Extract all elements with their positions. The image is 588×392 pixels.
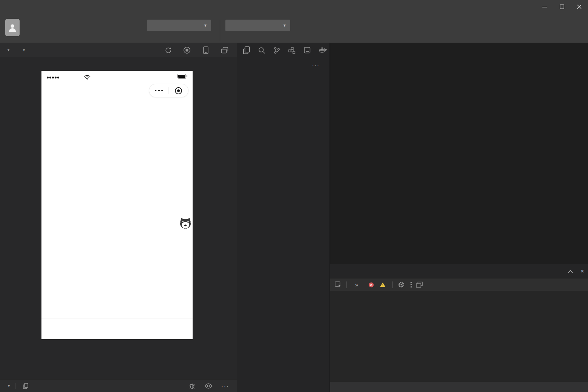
explorer-panel: ··· ▶ xyxy=(237,43,330,392)
close-icon[interactable] xyxy=(571,0,588,14)
husky-icon xyxy=(179,217,192,229)
extensions-icon[interactable] xyxy=(288,47,296,54)
vconsole-bug-icon[interactable] xyxy=(189,383,196,389)
hot-reload-toggle[interactable]: ▼ xyxy=(21,48,26,52)
chevron-down-icon: ▼ xyxy=(204,23,207,28)
chevron-down-icon: ▼ xyxy=(22,48,26,52)
overflow-tabs-icon[interactable]: » xyxy=(350,278,363,291)
record-stop-icon[interactable] xyxy=(183,46,191,54)
phone-simulator xyxy=(41,71,193,339)
preview-eye-icon[interactable] xyxy=(205,383,212,389)
debugger-tab-bar xyxy=(330,264,588,278)
compile-select[interactable]: ▼ xyxy=(225,20,290,31)
search-icon[interactable] xyxy=(258,47,265,54)
debugger-panel: × » xyxy=(330,264,588,392)
panel-icon[interactable] xyxy=(304,47,311,54)
devtools-tab-bar: » xyxy=(330,278,588,291)
capsule-menu xyxy=(149,84,188,97)
collapse-panel-icon[interactable] xyxy=(568,270,573,273)
battery-indicator xyxy=(176,74,188,78)
more-icon[interactable] xyxy=(149,90,168,92)
dog-language-toggle[interactable] xyxy=(178,217,193,231)
maximize-icon[interactable] xyxy=(553,0,571,14)
chevron-down-icon: ▼ xyxy=(7,48,10,52)
explorer-header: ··· xyxy=(237,60,329,71)
error-circle-icon xyxy=(369,282,374,287)
simulator-icons xyxy=(164,43,228,57)
phone-status-bar xyxy=(41,73,193,81)
phone-tab-bar xyxy=(41,318,193,339)
activity-bar xyxy=(237,43,329,57)
title-bar xyxy=(0,0,588,14)
device-frame-icon[interactable] xyxy=(202,46,210,54)
warning-triangle-icon xyxy=(380,282,386,287)
settings-gear-icon[interactable] xyxy=(398,281,404,288)
copy-path-icon[interactable] xyxy=(23,383,28,389)
more-horizontal-icon[interactable]: ··· xyxy=(221,383,229,389)
avatar[interactable] xyxy=(5,19,20,36)
multi-window-icon[interactable] xyxy=(221,46,228,54)
window-controls xyxy=(536,0,588,14)
docker-whale-icon[interactable] xyxy=(319,47,327,54)
popout-icon[interactable] xyxy=(416,281,423,288)
files-icon[interactable] xyxy=(243,46,250,54)
mode-select[interactable]: ▼ xyxy=(147,20,211,31)
status-bar: ▼ ··· xyxy=(0,379,237,392)
more-actions-icon[interactable]: ··· xyxy=(312,62,320,68)
exit-target-icon[interactable] xyxy=(169,87,188,94)
git-branch-icon[interactable] xyxy=(274,47,280,54)
close-panel-icon[interactable]: × xyxy=(580,267,584,275)
chevron-down-icon: ▼ xyxy=(283,23,286,28)
kebab-menu-icon[interactable] xyxy=(410,282,412,288)
signal-dots-icon xyxy=(47,77,59,78)
restart-icon[interactable] xyxy=(164,46,172,54)
simulator-toolbar: ▼ ▼ xyxy=(0,43,237,57)
editor-area xyxy=(330,43,588,264)
wifi-icon xyxy=(84,75,90,80)
toolbar: ▼ ▼ xyxy=(0,14,588,43)
error-count[interactable] xyxy=(369,282,375,287)
minimize-icon[interactable] xyxy=(536,0,553,14)
chevron-down-icon: ▼ xyxy=(7,384,11,388)
audits-content xyxy=(346,306,572,316)
page-path-select[interactable]: ▼ xyxy=(5,384,11,388)
device-select[interactable]: ▼ xyxy=(5,48,10,52)
warning-count[interactable] xyxy=(380,282,387,287)
panel-bottom-strip xyxy=(330,382,588,392)
inspect-icon[interactable] xyxy=(335,281,342,288)
